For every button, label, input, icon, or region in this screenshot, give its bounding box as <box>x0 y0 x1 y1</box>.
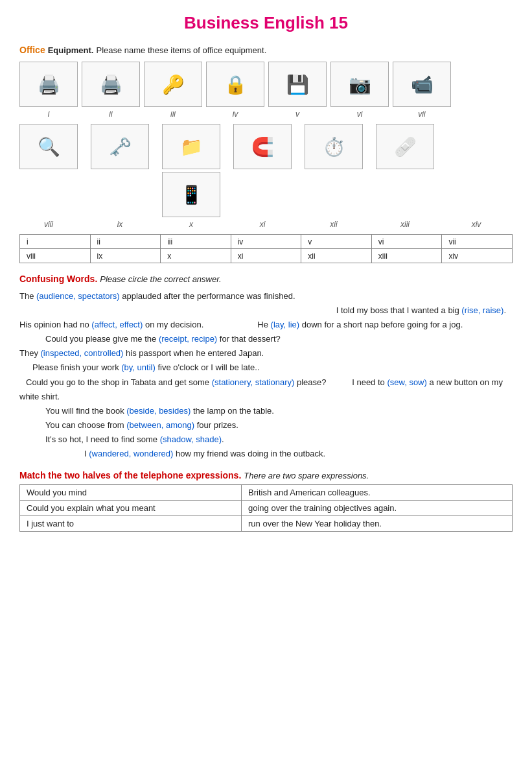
keys-icon: 🔑 <box>162 74 185 95</box>
equipment-label: Equipment. <box>48 45 94 55</box>
sentence-5: They (inspected, controlled) his passpor… <box>19 346 513 361</box>
answer-cell-v: v <box>301 235 372 249</box>
choice-13: (wandered, wondered) <box>89 449 173 458</box>
answer-cell-xiii: xiii <box>371 249 442 263</box>
answer-cell-vi: vi <box>371 235 442 249</box>
equipment-img-i: 🖨️ <box>19 62 78 107</box>
page-title: Business English 15 <box>19 13 513 33</box>
label-xii: xii <box>305 220 363 229</box>
label-xiv: xiv <box>447 220 505 229</box>
sentence-2: I told my boss that I wanted a big (rise… <box>19 303 513 318</box>
choice-4: (lay, lie) <box>271 320 300 329</box>
equipment-row1-labels: i ii iii iv v vi vii <box>19 110 513 119</box>
match-right-2: going over the training objectives again… <box>242 501 513 516</box>
magnet-icon: 🧲 <box>251 136 274 158</box>
sentence-6: Please finish your work (by, until) five… <box>19 361 513 375</box>
label-vi: vi <box>330 110 389 119</box>
mobile-icon: 📱 <box>180 184 203 206</box>
match-table: Would you mind British and American coll… <box>19 484 513 532</box>
equipment-row2-images: 🔍 🗝️ 📁 📱 🧲 ⏱️ 🩹 <box>19 124 513 217</box>
label-x: x <box>162 220 220 229</box>
label-v: v <box>268 110 327 119</box>
equipment-img-xi: 🧲 <box>233 124 292 169</box>
equipment-row1-images: 🖨️ 🖨️ 🔑 🔒 💾 📷 📹 <box>19 62 513 107</box>
choice-10: (beside, besides) <box>126 406 191 416</box>
label-ix: ix <box>91 220 149 229</box>
match-right-1: British and American colleagues. <box>242 485 513 501</box>
oldkey-icon: 🗝️ <box>109 136 132 158</box>
answer-cell-xi: xi <box>231 249 301 263</box>
equipment-img-xiii: 🩹 <box>376 124 434 169</box>
match-section: Match the two halves of the telephone ex… <box>19 470 513 532</box>
sentence-9: You can choose from (between, among) fou… <box>19 418 513 432</box>
label-vii: vii <box>393 110 451 119</box>
confusing-label: Confusing Words. <box>19 274 97 284</box>
sentence-11: I (wandered, wondered) how my friend was… <box>19 447 513 461</box>
office-instruction: Please name these items of office equipm… <box>96 45 266 55</box>
answer-cell-viii: viii <box>20 249 91 263</box>
label-ii: ii <box>82 110 140 119</box>
tripod-icon: 📹 <box>411 74 434 95</box>
answer-row-2: viii ix x xi xii xiii xiv <box>20 249 513 263</box>
sentence-1: The (audience, spectators) applauded aft… <box>19 289 513 303</box>
match-left-3: I just want to <box>20 516 242 532</box>
equipment-img-iii: 🔑 <box>144 62 202 107</box>
sentence-3: His opinion had no (affect, effect) on m… <box>19 318 513 332</box>
equipment-img-phone-xi: 📱 <box>162 172 220 217</box>
equipment-img-vi: 📷 <box>330 62 389 107</box>
label-xi: xi <box>233 220 292 229</box>
match-left-1: Would you mind <box>20 485 242 501</box>
equipment-col-x: 📁 📱 <box>162 124 220 217</box>
choice-8: (stationery, stationary) <box>212 377 295 387</box>
lock-icon: 🔒 <box>224 74 247 95</box>
answer-row-1: i ii iii iv v vi vii <box>20 235 513 249</box>
label-xiii: xiii <box>376 220 434 229</box>
sentence-4: Could you please give me the (receipt, r… <box>19 332 513 346</box>
label-iii: iii <box>144 110 202 119</box>
equipment-img-viii: 🔍 <box>19 124 78 169</box>
match-title-row: Match the two halves of the telephone ex… <box>19 470 513 480</box>
match-row-3: I just want to run over the New Year hol… <box>20 516 513 532</box>
equipment-img-v: 💾 <box>268 62 327 107</box>
match-row-1: Would you mind British and American coll… <box>20 485 513 501</box>
answer-table: i ii iii iv v vi vii viii ix x xi xii xi… <box>19 234 513 263</box>
choice-12: (shadow, shade) <box>160 434 222 444</box>
match-subtitle: There are two spare expressions. <box>244 471 369 480</box>
equipment-img-x: 📁 <box>162 124 220 169</box>
answer-cell-iv: iv <box>231 235 301 249</box>
clock-icon: ⏱️ <box>323 136 345 158</box>
sentence-7: Could you go to the shop in Tabata and g… <box>19 375 513 404</box>
folder-icon: 📁 <box>180 136 203 158</box>
confusing-title-row: Confusing Words. Please circle the corre… <box>19 274 513 284</box>
sentence-8: You will find the book (beside, besides)… <box>19 404 513 418</box>
choice-9: (sew, sow) <box>387 377 426 387</box>
answer-cell-x: x <box>161 249 231 263</box>
answer-cell-xii: xii <box>301 249 372 263</box>
choice-3: (affect, effect) <box>91 320 143 329</box>
office-label: Office <box>19 45 45 55</box>
match-row-2: Could you explain what you meant going o… <box>20 501 513 516</box>
answer-cell-i: i <box>20 235 91 249</box>
choice-11: (between, among) <box>126 420 194 430</box>
choice-1: (audience, spectators) <box>36 291 120 301</box>
choice-5: (receipt, recipe) <box>159 334 217 344</box>
confusing-sentences: The (audience, spectators) applauded aft… <box>19 289 513 461</box>
camera-icon: 📷 <box>349 74 371 95</box>
answer-cell-xiv: xiv <box>442 249 513 263</box>
equipment-img-vii: 📹 <box>393 62 451 107</box>
match-label: Match the two halves of the telephone ex… <box>19 470 241 480</box>
choice-7: (by, until) <box>121 362 156 372</box>
magnifier-icon: 🔍 <box>38 136 60 158</box>
label-viii: viii <box>19 220 78 229</box>
equipment-img-iv: 🔒 <box>206 62 264 107</box>
match-right-3: run over the New Year holiday then. <box>242 516 513 532</box>
equipment-img-ii: 🖨️ <box>82 62 140 107</box>
answer-cell-ix: ix <box>90 249 161 263</box>
answer-cell-iii: iii <box>161 235 231 249</box>
answer-cell-vii: vii <box>442 235 513 249</box>
choice-2: (rise, raise) <box>461 305 503 315</box>
label-i: i <box>19 110 78 119</box>
match-left-2: Could you explain what you meant <box>20 501 242 516</box>
answer-cell-ii: ii <box>90 235 161 249</box>
label-iv: iv <box>206 110 264 119</box>
